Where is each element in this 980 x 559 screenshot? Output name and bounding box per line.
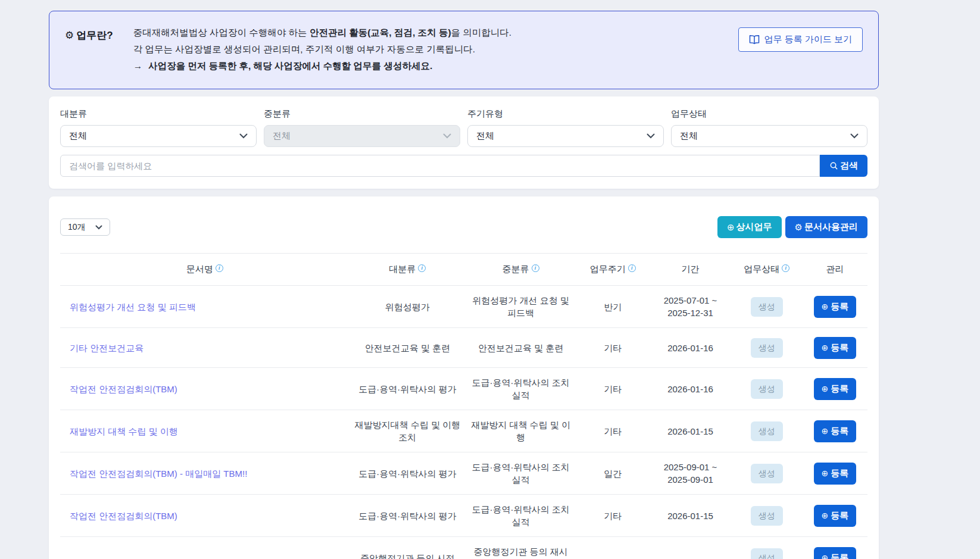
table-header-cell: 기간i xyxy=(650,254,731,286)
doc-name-cell: 재발방지 대책 수립 및 이행 xyxy=(60,410,349,452)
page-size-select[interactable]: 10개 xyxy=(60,218,110,236)
info-icon[interactable]: i xyxy=(216,264,223,272)
gear-icon: ⚙ xyxy=(795,223,803,232)
task-list-card: 10개 ⊕ 상시업무 ⚙ 문서사용관리 xyxy=(49,196,879,559)
doc-name-cell xyxy=(60,537,349,559)
banner-line1-bold: 안전관리 활동(교육, 점검, 조치 등) xyxy=(310,27,451,38)
status-badge: 생성 xyxy=(751,379,783,399)
register-button-label: 등록 xyxy=(831,510,848,521)
register-button[interactable]: ⊕등록 xyxy=(814,420,857,442)
manage-cell: ⊕등록 xyxy=(803,537,867,559)
doc-name-link[interactable]: 작업전 안전점검회의(TBM) xyxy=(70,384,177,394)
cycle-cell: 기타 xyxy=(576,368,650,410)
status-cell: 생성 xyxy=(731,452,803,495)
period-cell xyxy=(650,537,731,559)
register-button-label: 등록 xyxy=(831,342,848,354)
table-row: 중앙행정기관 등의 시정 중앙행정기관 등의 재시정 조 생성 ⊕등록 xyxy=(60,537,867,559)
table-header-cell: 업무상태i xyxy=(731,254,803,286)
banner-title: ⚙ 업무란? xyxy=(65,29,113,42)
period-cell: 2025-09-01 ~ 2025-09-01 xyxy=(650,452,731,495)
table-header-cell: 문서명i xyxy=(60,254,349,286)
guide-button[interactable]: 업무 등록 가이드 보기 xyxy=(738,27,863,52)
doc-name-link[interactable]: 기타 안전보건교육 xyxy=(70,343,143,353)
manage-cell: ⊕등록 xyxy=(803,368,867,410)
column-label: 업무주기 xyxy=(590,264,626,274)
banner-line3-text: 사업장을 먼저 등록한 후, 해당 사업장에서 수행할 업무를 생성하세요. xyxy=(148,58,432,74)
banner-line-3: → 사업장을 먼저 등록한 후, 해당 사업장에서 수행할 업무를 생성하세요. xyxy=(133,58,739,74)
status-cell: 생성 xyxy=(731,368,803,410)
info-icon[interactable]: i xyxy=(418,264,426,272)
filter-field: 업무상태 전체 xyxy=(671,108,867,147)
search-button[interactable]: 검색 xyxy=(820,155,867,177)
status-badge: 생성 xyxy=(751,506,783,526)
register-button-label: 등록 xyxy=(831,468,848,479)
doc-name-cell: 위험성평가 개선 요청 및 피드백 xyxy=(60,286,349,328)
register-button-label: 등록 xyxy=(831,426,848,437)
doc-usage-manage-button[interactable]: ⚙ 문서사용관리 xyxy=(785,216,867,238)
list-toolbar: 10개 ⊕ 상시업무 ⚙ 문서사용관리 xyxy=(60,216,867,238)
filter-select-value: 전체 xyxy=(273,130,291,142)
filter-select[interactable]: 전체 xyxy=(60,125,257,147)
register-button[interactable]: ⊕등록 xyxy=(814,296,857,318)
doc-usage-manage-label: 문서사용관리 xyxy=(804,221,858,233)
book-icon xyxy=(749,35,760,44)
column-label: 중분류 xyxy=(503,264,529,274)
category1-cell: 도급·용역·위탁사의 평가 xyxy=(349,368,466,410)
status-cell: 생성 xyxy=(731,495,803,537)
table-body: 위험성평가 개선 요청 및 피드백 위험성평가 위험성평가 개선 요청 및 피드… xyxy=(60,286,867,559)
register-button-label: 등록 xyxy=(831,552,848,559)
doc-name-cell: 작업전 안전점검회의(TBM) xyxy=(60,368,349,410)
plus-circle-icon: ⊕ xyxy=(822,554,829,559)
table-header-row: 문서명i 대분류i 중분류i 업무주기i 기간i 업무상태i 관리i xyxy=(60,254,867,286)
table-row: 기타 안전보건교육 안전보건교육 및 훈련 안전보건교육 및 훈련 기타 202… xyxy=(60,328,867,368)
manage-cell: ⊕등록 xyxy=(803,328,867,368)
filter-field: 중분류 전체 xyxy=(264,108,460,147)
category2-cell: 도급·용역·위탁사의 조치 실적 xyxy=(466,495,576,537)
register-button[interactable]: ⊕등록 xyxy=(814,463,857,485)
info-icon[interactable]: i xyxy=(782,264,789,272)
info-icon[interactable]: i xyxy=(628,264,636,272)
filter-select[interactable]: 전체 xyxy=(671,125,867,147)
info-icon[interactable]: i xyxy=(532,264,539,272)
task-table: 문서명i 대분류i 중분류i 업무주기i 기간i 업무상태i 관리i 위험성평가… xyxy=(60,253,867,559)
register-button[interactable]: ⊕등록 xyxy=(814,337,857,359)
manage-cell: ⊕등록 xyxy=(803,452,867,495)
manage-cell: ⊕등록 xyxy=(803,286,867,328)
doc-name-link[interactable]: 작업전 안전점검회의(TBM) xyxy=(70,511,177,521)
filter-row: 대분류 전체 중분류 전체 주기유형 전체 업무상태 전체 xyxy=(60,108,867,147)
register-button[interactable]: ⊕등록 xyxy=(814,547,857,559)
chevron-down-icon xyxy=(850,133,859,139)
period-cell: 2026-01-15 xyxy=(650,495,731,537)
toolbar-buttons: ⊕ 상시업무 ⚙ 문서사용관리 xyxy=(717,216,867,238)
plus-circle-icon: ⊕ xyxy=(822,427,829,435)
filter-select-value: 전체 xyxy=(476,130,494,142)
table-row: 위험성평가 개선 요청 및 피드백 위험성평가 위험성평가 개선 요청 및 피드… xyxy=(60,286,867,328)
register-button-label: 등록 xyxy=(831,301,848,313)
category1-cell: 도급·용역·위탁사의 평가 xyxy=(349,495,466,537)
doc-name-link[interactable]: 작업전 안전점검회의(TBM) - 매일매일 TBM!! xyxy=(70,469,247,479)
register-button[interactable]: ⊕등록 xyxy=(814,378,857,400)
cycle-cell: 반기 xyxy=(576,286,650,328)
always-task-label: 상시업무 xyxy=(736,221,772,233)
column-label: 업무상태 xyxy=(744,264,779,274)
status-badge: 생성 xyxy=(751,464,783,483)
register-button-label: 등록 xyxy=(831,383,848,395)
period-cell: 2026-01-16 xyxy=(650,328,731,368)
search-icon xyxy=(829,161,838,170)
banner-title-text: 업무란? xyxy=(76,29,113,42)
chevron-down-icon xyxy=(239,133,248,139)
plus-circle-icon: ⊕ xyxy=(822,302,829,311)
register-button[interactable]: ⊕등록 xyxy=(814,505,857,527)
plus-circle-icon: ⊕ xyxy=(727,223,735,232)
doc-name-link[interactable]: 위험성평가 개선 요청 및 피드백 xyxy=(70,302,196,312)
always-task-button[interactable]: ⊕ 상시업무 xyxy=(717,216,782,238)
status-cell: 생성 xyxy=(731,286,803,328)
category2-cell: 도급·용역·위탁사의 조치 실적 xyxy=(466,368,576,410)
filter-select[interactable]: 전체 xyxy=(467,125,664,147)
status-cell: 생성 xyxy=(731,410,803,452)
doc-name-link[interactable]: 재발방지 대책 수립 및 이행 xyxy=(70,426,178,436)
search-input[interactable] xyxy=(60,155,820,177)
category1-cell: 중앙행정기관 등의 시정 xyxy=(349,537,466,559)
page-size-value: 10개 xyxy=(68,222,86,233)
category2-cell: 안전보건교육 및 훈련 xyxy=(466,328,576,368)
